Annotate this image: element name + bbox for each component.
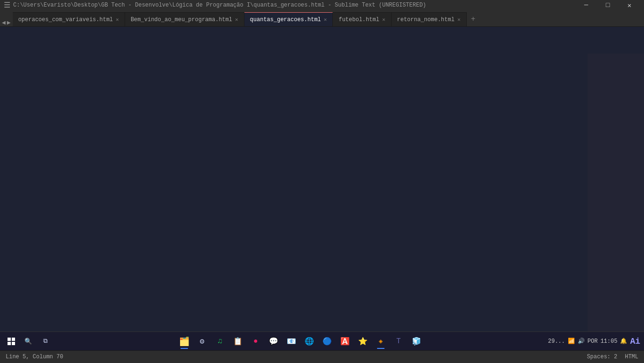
new-tab-button[interactable]: + bbox=[467, 12, 480, 26]
taskbar-app-explorer[interactable]: 🗂️ bbox=[176, 333, 193, 350]
taskbar-app-sublime[interactable]: ◈ bbox=[372, 333, 389, 350]
taskbar-app-edge[interactable]: 🌐 bbox=[301, 333, 318, 350]
titlebar: ☰ C:\Users\Evaristo\Desktop\GB Tech - De… bbox=[0, 0, 644, 10]
task-view-button[interactable]: ⧉ bbox=[38, 334, 53, 349]
network-icon: 📶 bbox=[568, 338, 575, 345]
tab-nav[interactable]: ◀ ▶ bbox=[0, 19, 13, 26]
tab-tab1[interactable]: operacoes_com_variaveis.html✕ bbox=[13, 12, 125, 26]
notification-icon[interactable]: 🔔 bbox=[620, 338, 627, 345]
taskbar-app-7[interactable]: 🧊 bbox=[408, 333, 425, 350]
language-mode[interactable]: HTML bbox=[625, 354, 638, 360]
battery-indicator: 29... bbox=[548, 338, 565, 345]
tab-tab5[interactable]: retorna_nome.html✕ bbox=[392, 12, 467, 26]
tab-prev-icon[interactable]: ◀ bbox=[2, 19, 6, 26]
taskbar-app-6[interactable]: ⭐ bbox=[354, 333, 371, 350]
close-button[interactable]: ✕ bbox=[619, 0, 640, 10]
line-numbers bbox=[2, 27, 21, 350]
taskbar-left: 🔍 ⧉ bbox=[4, 334, 53, 349]
editor-wrapper bbox=[0, 27, 644, 350]
fold-gutter bbox=[21, 27, 28, 350]
tab-tab2[interactable]: Bem_vindo_ao_meu_programa.html✕ bbox=[125, 12, 244, 26]
taskbar-app-chrome[interactable]: 🔵 bbox=[319, 333, 336, 350]
taskbar-app-3[interactable]: 💬 bbox=[265, 333, 282, 350]
tab-label: quantas_geracoes.html bbox=[250, 16, 321, 23]
indentation-setting[interactable]: Spaces: 2 bbox=[587, 354, 617, 360]
tab-label: Bem_vindo_ao_meu_programa.html bbox=[131, 16, 232, 23]
tab-tab3[interactable]: quantas_geracoes.html✕ bbox=[244, 12, 333, 26]
tab-tab4[interactable]: futebol.html✕ bbox=[333, 12, 391, 26]
tab-close-icon[interactable]: ✕ bbox=[382, 16, 385, 23]
search-button[interactable]: 🔍 bbox=[21, 334, 36, 349]
tab-close-icon[interactable]: ✕ bbox=[116, 16, 119, 23]
taskbar-app-4[interactable]: 📧 bbox=[283, 333, 300, 350]
language-indicator[interactable]: POR bbox=[588, 338, 598, 345]
tab-close-icon[interactable]: ✕ bbox=[457, 16, 461, 23]
minimap-content bbox=[588, 54, 644, 350]
taskbar-center: 🗂️ ⚙️ ♫ 📋 ● 💬 📧 🌐 🔵 🅰️ ⭐ ◈ T 🧊 bbox=[176, 333, 425, 350]
taskbar: 🔍 ⧉ 🗂️ ⚙️ ♫ 📋 ● 💬 📧 🌐 🔵 🅰️ ⭐ ◈ T 🧊 29...… bbox=[0, 331, 644, 350]
minimize-button[interactable]: ─ bbox=[575, 0, 597, 10]
maximize-button[interactable]: □ bbox=[597, 0, 619, 10]
statusbar: Line 5, Column 70 Spaces: 2 HTML bbox=[0, 350, 644, 363]
taskbar-app-spotify[interactable]: ♫ bbox=[212, 333, 228, 350]
titlebar-title: C:\Users\Evaristo\Desktop\GB Tech - Dese… bbox=[13, 2, 426, 8]
taskbar-app-2[interactable]: ● bbox=[247, 333, 264, 350]
tabs-container: operacoes_com_variaveis.html✕Bem_vindo_a… bbox=[13, 12, 467, 26]
taskbar-right: 29... 📶 🔊 POR 11:05 🔔 Ai bbox=[548, 337, 640, 346]
tab-close-icon[interactable]: ✕ bbox=[324, 16, 327, 23]
taskbar-app-1[interactable]: 📋 bbox=[229, 333, 246, 350]
statusbar-right: Spaces: 2 HTML bbox=[587, 354, 638, 360]
titlebar-left: ☰ C:\Users\Evaristo\Desktop\GB Tech - De… bbox=[4, 0, 426, 10]
tabbar: ◀ ▶ operacoes_com_variaveis.html✕Bem_vin… bbox=[0, 10, 644, 27]
clock[interactable]: 11:05 bbox=[600, 338, 617, 345]
app-menu-icon[interactable]: ☰ bbox=[4, 0, 10, 10]
taskbar-app-teams[interactable]: T bbox=[390, 333, 407, 350]
minimap[interactable] bbox=[588, 54, 644, 350]
tab-label: retorna_nome.html bbox=[397, 16, 455, 23]
cursor-position: Line 5, Column 70 bbox=[6, 354, 63, 360]
code-editor[interactable] bbox=[28, 27, 644, 350]
tab-label: futebol.html bbox=[338, 16, 379, 23]
tab-close-icon[interactable]: ✕ bbox=[235, 16, 238, 23]
taskbar-app-settings[interactable]: ⚙️ bbox=[194, 333, 211, 350]
titlebar-controls: ─ □ ✕ bbox=[575, 0, 640, 10]
statusbar-left: Line 5, Column 70 bbox=[6, 354, 63, 360]
editor-container bbox=[0, 27, 644, 350]
tab-label: operacoes_com_variaveis.html bbox=[18, 16, 113, 23]
volume-icon: 🔊 bbox=[578, 338, 585, 345]
tab-next-icon[interactable]: ▶ bbox=[7, 19, 11, 26]
taskbar-app-5[interactable]: 🅰️ bbox=[337, 333, 353, 350]
windows-start-button[interactable] bbox=[4, 334, 19, 349]
ai-label: Ai bbox=[630, 337, 640, 346]
